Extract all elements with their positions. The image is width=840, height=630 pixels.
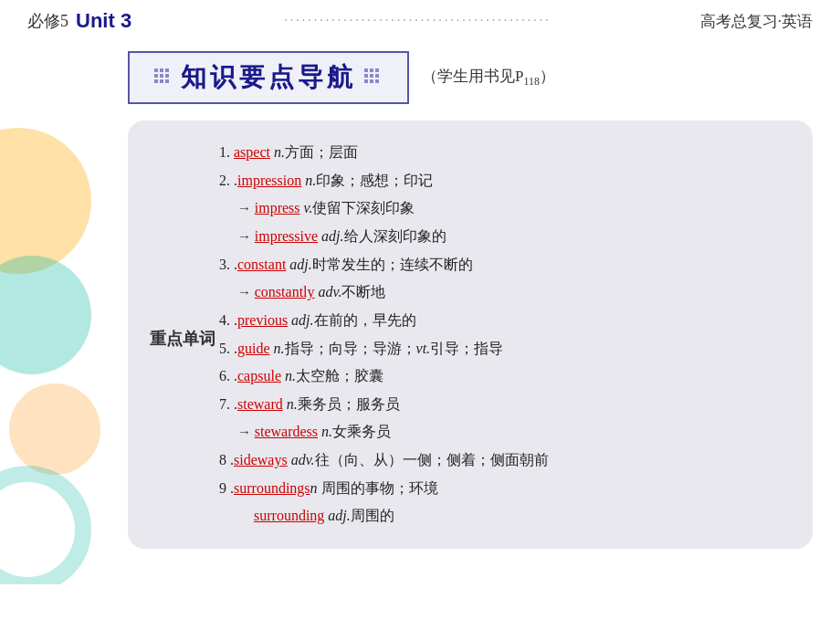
section-title: 知识要点导航 (181, 60, 356, 95)
header-dots: ········································… (144, 14, 691, 28)
vocab-card: 重点单词 1. aspect n.方面；层面 2. .impression n.… (128, 121, 813, 549)
svg-rect-5 (165, 74, 169, 78)
svg-rect-1 (160, 68, 163, 72)
svg-rect-15 (364, 79, 368, 83)
word-aspect: aspect (234, 144, 270, 160)
vocab-entry-2: 2. .impression n.印象；感想；印记 (219, 167, 785, 194)
svg-rect-10 (370, 68, 373, 72)
word-surrounding: surrounding (254, 508, 324, 523)
page-header: 必修5 Unit 3 ·····························… (0, 0, 840, 42)
svg-rect-7 (160, 79, 163, 83)
word-sideways: sideways (234, 452, 288, 467)
vocab-entry-6: 6. .capsule n.太空舱；胶囊 (219, 362, 785, 390)
title-row: 知识要点导航 （学生用书见P118） (128, 51, 813, 104)
svg-rect-2 (165, 68, 169, 72)
section-label: 重点单词 (146, 139, 219, 530)
word-impressive: impressive (255, 228, 318, 244)
svg-rect-12 (364, 74, 368, 78)
vocab-entry-3-constantly: → constantly adv.不断地 (237, 278, 785, 306)
grid-right-icon (363, 68, 383, 88)
page-reference: （学生用书见P118） (422, 66, 555, 89)
svg-rect-13 (370, 74, 373, 78)
vocab-entry-1: 1. aspect n.方面；层面 (219, 139, 785, 166)
word-impress: impress (255, 200, 300, 215)
vocab-entry-2-impressive: → impressive adj.给人深刻印象的 (237, 223, 785, 250)
book-prefix: 必修5 (27, 10, 68, 32)
word-stewardess: stewardess (255, 424, 318, 439)
vocab-list: 1. aspect n.方面；层面 2. .impression n.印象；感想… (219, 139, 785, 530)
unit-label: Unit 3 (76, 9, 131, 33)
main-content: 知识要点导航 （学生用书见P118） 重点单词 (0, 42, 840, 558)
word-steward: steward (237, 396, 283, 412)
book-title: 高考总复习·英语 (700, 11, 813, 32)
vocab-entry-3: 3. .constant adj.时常发生的；连续不断的 (219, 251, 785, 278)
svg-rect-9 (364, 68, 368, 72)
vocab-entry-2-impress: → impress v.使留下深刻印象 (237, 194, 785, 222)
svg-rect-11 (375, 68, 379, 72)
vocab-entry-4: 4. .previous adj.在前的，早先的 (219, 307, 785, 334)
vocab-entry-8: 8 .sideways adv.往（向、从）一侧；侧着；侧面朝前 (219, 446, 785, 474)
vocab-entry-7-stewardess: → stewardess n.女乘务员 (237, 418, 785, 446)
title-box: 知识要点导航 (128, 51, 409, 104)
word-previous: previous (237, 312, 288, 328)
word-constant: constant (237, 257, 286, 272)
svg-rect-17 (375, 79, 379, 83)
svg-rect-4 (160, 74, 163, 78)
svg-rect-16 (370, 79, 373, 83)
word-guide: guide (237, 341, 270, 356)
vocab-entry-5: 5. .guide n.指导；向导；导游；vt.引导；指导 (219, 335, 785, 362)
vocab-entry-7: 7. .steward n.乘务员；服务员 (219, 391, 785, 418)
svg-rect-3 (154, 74, 158, 78)
svg-rect-14 (375, 74, 379, 78)
vocab-entry-9-surrounding: surrounding adj.周围的 (254, 502, 785, 530)
word-surroundings: surroundings (234, 480, 310, 496)
vocab-entry-9: 9 .surroundingsn 周围的事物；环境 (219, 475, 785, 502)
word-capsule: capsule (237, 368, 281, 383)
svg-rect-8 (165, 79, 169, 83)
grid-left-icon (153, 68, 173, 88)
svg-rect-0 (154, 68, 158, 72)
word-impression: impression (237, 173, 301, 188)
svg-rect-6 (154, 79, 158, 83)
word-constantly: constantly (255, 284, 315, 299)
